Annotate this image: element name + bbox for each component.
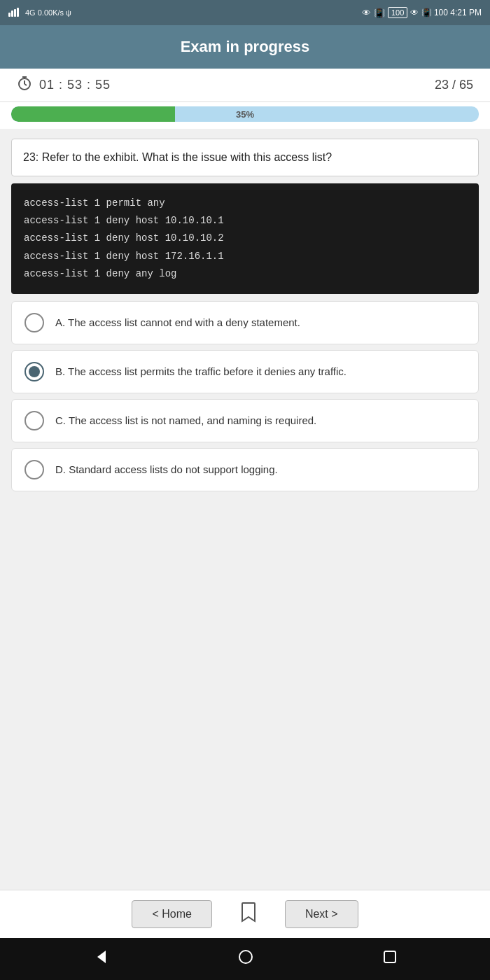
timer-value: 01 : 53 : 55 [39, 78, 111, 92]
timer-icon [17, 76, 32, 94]
question-box: 23: Refer to the exhibit. What is the is… [11, 139, 479, 176]
signal-icon [8, 7, 22, 19]
code-block: access-list 1 permit any access-list 1 d… [11, 183, 479, 294]
vibrate-icon: 📳 [374, 8, 385, 18]
timer-row: 01 : 53 : 55 23 / 65 [0, 69, 490, 102]
content-area: 23: Refer to the exhibit. What is the is… [0, 129, 490, 890]
progress-label: 35% [236, 109, 254, 120]
eye-icon: 👁 [362, 8, 371, 18]
phone-frame: 4G 0.00K/s ψ 👁 📳 100 👁 📳 100 4:21 PM Exa… [0, 0, 490, 980]
option-d-text: D. Standard access lists do not support … [55, 462, 278, 478]
option-a-text: A. The access list cannot end with a den… [55, 315, 300, 331]
radio-b-inner [29, 366, 40, 377]
option-c[interactable]: C. The access list is not named, and nam… [11, 399, 479, 442]
svg-rect-11 [384, 951, 396, 962]
timer-left: 01 : 53 : 55 [17, 76, 111, 94]
svg-rect-1 [11, 10, 13, 17]
progress-bar-fill [11, 106, 175, 122]
question-count: 23 / 65 [435, 78, 473, 92]
nav-bar: < Home Next > [0, 890, 490, 938]
status-bar: 4G 0.00K/s ψ 👁 📳 100 👁 📳 100 4:21 PM [0, 0, 490, 25]
bottom-nav [0, 938, 490, 980]
option-b-text: B. The access list permits the traffic b… [55, 364, 346, 380]
code-line-5: access-list 1 deny any log [24, 265, 466, 283]
code-line-1: access-list 1 permit any [24, 195, 466, 212]
exam-title: Exam in progress [181, 38, 310, 55]
option-b[interactable]: B. The access list permits the traffic b… [11, 350, 479, 393]
status-right: 👁 📳 100 👁 📳 100 4:21 PM [362, 7, 482, 18]
option-a[interactable]: A. The access list cannot end with a den… [11, 301, 479, 344]
svg-line-6 [24, 84, 27, 85]
time-display: 👁 📳 100 4:21 PM [410, 8, 482, 18]
radio-d [24, 460, 44, 479]
svg-point-10 [239, 951, 252, 963]
radio-c [24, 411, 44, 430]
option-c-text: C. The access list is not named, and nam… [55, 413, 316, 429]
code-line-3: access-list 1 deny host 10.10.10.2 [24, 230, 466, 247]
option-d[interactable]: D. Standard access lists do not support … [11, 448, 479, 491]
home-icon[interactable] [238, 949, 253, 969]
exam-header: Exam in progress [0, 25, 490, 69]
battery-icon: 100 [388, 7, 407, 18]
svg-rect-2 [14, 9, 16, 17]
question-text: 23: Refer to the exhibit. What is the is… [23, 151, 332, 163]
network-speed: 4G 0.00K/s ψ [25, 8, 71, 17]
bookmark-button[interactable] [240, 902, 257, 927]
next-button[interactable]: Next > [285, 900, 358, 928]
home-button[interactable]: < Home [132, 900, 211, 928]
progress-bar-background: 35% [11, 106, 479, 122]
code-line-2: access-list 1 deny host 10.10.10.1 [24, 212, 466, 230]
back-icon[interactable] [93, 949, 108, 969]
recents-icon[interactable] [383, 950, 397, 968]
svg-marker-9 [97, 951, 106, 963]
radio-a [24, 313, 44, 332]
code-line-4: access-list 1 deny host 172.16.1.1 [24, 248, 466, 265]
radio-b [24, 362, 44, 382]
progress-container: 35% [0, 102, 490, 129]
svg-rect-0 [8, 13, 10, 17]
options-container: A. The access list cannot end with a den… [11, 301, 479, 491]
svg-rect-3 [17, 8, 19, 17]
status-left: 4G 0.00K/s ψ [8, 7, 71, 19]
